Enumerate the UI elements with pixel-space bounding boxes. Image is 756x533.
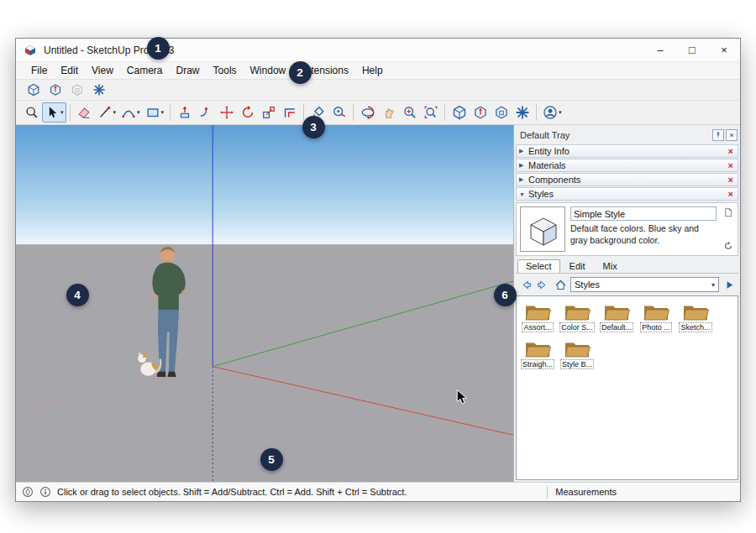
home-icon[interactable] xyxy=(553,277,568,292)
folder-icon xyxy=(682,300,709,322)
section-label: Materials xyxy=(528,160,727,170)
menu-bar: FileEditViewCameraDrawToolsWindowExtensi… xyxy=(16,62,740,79)
shapes-icon[interactable]: ▾ xyxy=(143,102,167,123)
window-controls: –□× xyxy=(644,39,740,61)
measurements-label: Measurements xyxy=(555,487,617,497)
tape-measure-icon[interactable] xyxy=(328,102,349,123)
toolbar-separator xyxy=(303,104,304,121)
geolocation-icon[interactable] xyxy=(22,486,34,498)
folder-icon xyxy=(564,337,591,359)
folder-label: Color S... xyxy=(559,322,595,332)
search-icon[interactable] xyxy=(21,102,42,123)
style-thumbnail[interactable] xyxy=(520,206,565,252)
sign-in-icon[interactable]: ▾ xyxy=(540,102,564,123)
extension-warehouse-icon[interactable] xyxy=(88,81,110,99)
folder-icon xyxy=(564,300,591,322)
collapsed-arrow-icon[interactable]: ▶ xyxy=(519,176,528,183)
collapsed-arrow-icon[interactable]: ▶ xyxy=(519,148,528,154)
tab-edit[interactable]: Edit xyxy=(561,259,594,273)
pin-icon[interactable] xyxy=(712,129,724,141)
tab-mix[interactable]: Mix xyxy=(595,259,626,273)
measurements-input[interactable] xyxy=(625,485,734,499)
section-label: Components xyxy=(528,175,727,185)
menu-edit[interactable]: Edit xyxy=(54,65,85,76)
offset-icon[interactable] xyxy=(279,102,300,123)
tray-section-components[interactable]: ▶Components× xyxy=(516,173,738,186)
share-component-icon[interactable] xyxy=(491,102,512,123)
callout-badge-2: 2 xyxy=(289,61,312,84)
select-icon[interactable]: ▾ xyxy=(42,102,66,123)
menu-view[interactable]: View xyxy=(85,65,120,76)
collections-dropdown[interactable]: Styles ▾ xyxy=(570,277,719,292)
style-name-input[interactable] xyxy=(570,206,717,221)
style-collection-folder[interactable]: Photo ... xyxy=(638,300,674,332)
extension-warehouse-icon[interactable] xyxy=(512,102,533,123)
toolbar-standard xyxy=(16,79,740,100)
share-model-icon[interactable] xyxy=(470,102,491,123)
tray-section-materials[interactable]: ▶Materials× xyxy=(516,159,738,172)
menu-tools[interactable]: Tools xyxy=(207,65,244,76)
close-button[interactable]: × xyxy=(708,39,740,61)
pan-icon[interactable] xyxy=(378,102,399,123)
eraser-icon[interactable] xyxy=(74,102,95,123)
follow-me-icon[interactable] xyxy=(195,102,216,123)
titlebar[interactable]: Untitled - SketchUp Pro 2023 –□× xyxy=(16,39,740,62)
3d-warehouse-icon[interactable] xyxy=(449,102,470,123)
tab-select[interactable]: Select xyxy=(517,259,560,273)
arc-icon[interactable]: ▾ xyxy=(118,102,143,123)
folder-label: Assort... xyxy=(522,322,553,332)
share-model-icon[interactable] xyxy=(45,81,66,99)
move-icon[interactable] xyxy=(216,102,237,123)
style-collection-folder[interactable]: Color S... xyxy=(559,300,595,332)
orbit-icon[interactable] xyxy=(357,102,378,123)
3d-drawing-area[interactable] xyxy=(16,125,513,482)
zoom-extents-icon[interactable] xyxy=(420,102,441,123)
tray-section-styles[interactable]: ▼Styles× xyxy=(516,187,738,201)
info-icon[interactable] xyxy=(39,486,51,498)
toolbar-separator xyxy=(70,104,71,121)
update-style-icon[interactable] xyxy=(723,241,733,251)
3d-warehouse-icon[interactable] xyxy=(23,81,45,99)
menu-draw[interactable]: Draw xyxy=(170,65,207,76)
line-icon[interactable]: ▾ xyxy=(95,102,119,123)
tray-section-entity-info[interactable]: ▶Entity Info× xyxy=(516,144,738,158)
tray-close-icon[interactable]: × xyxy=(726,129,738,141)
details-arrow-icon[interactable] xyxy=(722,277,737,292)
menu-camera[interactable]: Camera xyxy=(120,65,170,76)
expanded-arrow-icon[interactable]: ▼ xyxy=(519,191,528,197)
folder-label: Sketch... xyxy=(679,322,711,332)
dropdown-caret-icon[interactable]: ▾ xyxy=(559,109,562,116)
menu-file[interactable]: File xyxy=(24,65,54,76)
section-close-icon[interactable]: × xyxy=(727,175,735,185)
scale-icon[interactable] xyxy=(258,102,279,123)
menu-window[interactable]: Window xyxy=(244,65,293,76)
folder-label: Straigh... xyxy=(521,359,554,369)
minimize-button[interactable]: – xyxy=(644,39,676,61)
style-collection-folder[interactable]: Straigh... xyxy=(520,337,555,369)
dropdown-caret-icon[interactable]: ▾ xyxy=(113,109,117,116)
chevron-down-icon: ▾ xyxy=(711,281,715,289)
collapsed-arrow-icon[interactable]: ▶ xyxy=(519,162,528,169)
style-collection-folder[interactable]: Style B... xyxy=(559,337,595,369)
menu-help[interactable]: Help xyxy=(355,65,390,76)
forward-icon[interactable] xyxy=(535,277,550,292)
create-style-icon[interactable] xyxy=(723,207,733,217)
ground xyxy=(16,244,513,482)
zoom-icon[interactable] xyxy=(399,102,420,123)
share-component-icon[interactable] xyxy=(66,81,88,99)
toolbar-getting-started: ▾▾▾▾▾ xyxy=(16,100,740,125)
rotate-icon[interactable] xyxy=(237,102,258,123)
section-close-icon[interactable]: × xyxy=(727,146,735,156)
section-close-icon[interactable]: × xyxy=(727,160,735,170)
dropdown-caret-icon[interactable]: ▾ xyxy=(60,109,64,116)
dropdown-caret-icon[interactable]: ▾ xyxy=(161,109,165,116)
style-collection-folder[interactable]: Assort... xyxy=(520,300,555,332)
style-collection-folder[interactable]: Default... xyxy=(599,300,634,332)
style-collection-folder[interactable]: Sketch... xyxy=(678,300,713,332)
maximize-button[interactable]: □ xyxy=(676,39,708,61)
section-close-icon[interactable]: × xyxy=(727,189,735,199)
dropdown-caret-icon[interactable]: ▾ xyxy=(137,109,140,116)
push-pull-icon[interactable] xyxy=(174,102,195,123)
back-icon[interactable] xyxy=(517,277,533,292)
collections-dropdown-value: Styles xyxy=(575,280,600,290)
